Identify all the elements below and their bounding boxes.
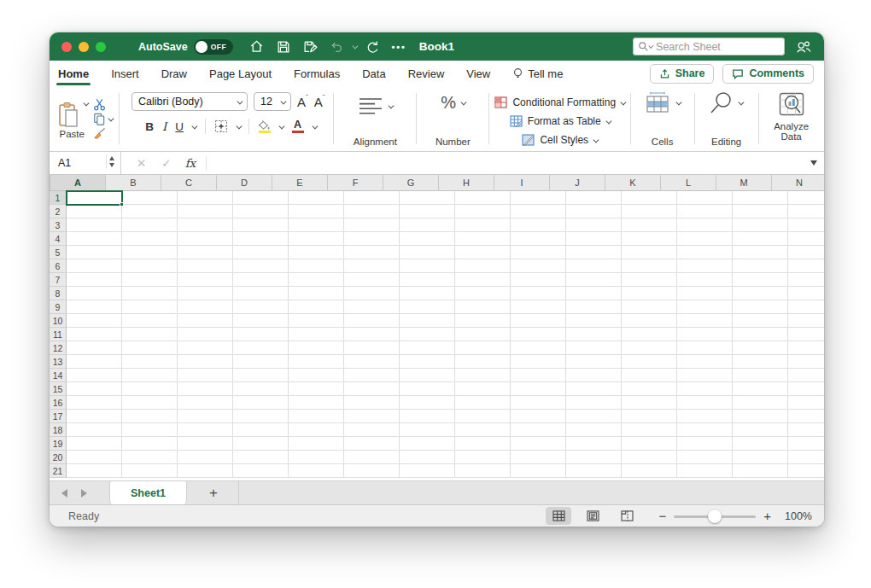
- cell-H14[interactable]: [455, 369, 511, 382]
- cell-H13[interactable]: [455, 355, 511, 369]
- cell-H20[interactable]: [455, 451, 511, 464]
- row-header-12[interactable]: 12: [50, 341, 67, 355]
- cell-M4[interactable]: [733, 232, 788, 246]
- cell-B19[interactable]: [122, 437, 178, 451]
- cell-D14[interactable]: [233, 369, 289, 382]
- column-header-K[interactable]: K: [605, 175, 661, 191]
- normal-view-button[interactable]: [546, 507, 571, 525]
- cell-N16[interactable]: [788, 396, 824, 410]
- row-header-18[interactable]: 18: [50, 423, 67, 437]
- zoom-slider[interactable]: [674, 509, 756, 523]
- cell-K19[interactable]: [622, 437, 677, 451]
- cell-I7[interactable]: [511, 273, 566, 287]
- cell-F17[interactable]: [344, 410, 400, 423]
- cell-J6[interactable]: [566, 259, 622, 273]
- cell-B15[interactable]: [122, 382, 178, 396]
- cell-J8[interactable]: [566, 287, 622, 300]
- cell-D6[interactable]: [233, 259, 289, 273]
- row-header-3[interactable]: 3: [50, 218, 67, 232]
- cell-K16[interactable]: [622, 396, 677, 410]
- cell-F1[interactable]: [344, 191, 400, 205]
- column-header-E[interactable]: E: [272, 175, 328, 191]
- cell-I8[interactable]: [511, 287, 566, 300]
- cell-M21[interactable]: [733, 464, 788, 478]
- analyze-data-group[interactable]: Analyze Data: [764, 90, 819, 151]
- column-header-F[interactable]: F: [328, 175, 383, 191]
- tab-draw[interactable]: Draw: [161, 61, 187, 86]
- cell-D3[interactable]: [233, 218, 289, 232]
- cell-K2[interactable]: [622, 205, 677, 218]
- cells-group[interactable]: Cells: [636, 90, 689, 151]
- cell-H15[interactable]: [455, 382, 511, 396]
- row-header-9[interactable]: 9: [50, 300, 67, 314]
- cell-E6[interactable]: [289, 259, 344, 273]
- cell-D13[interactable]: [233, 355, 289, 369]
- cell-H18[interactable]: [455, 423, 511, 437]
- cell-A3[interactable]: [67, 218, 122, 232]
- cell-I20[interactable]: [511, 451, 566, 464]
- cell-G20[interactable]: [400, 451, 455, 464]
- cell-D9[interactable]: [233, 300, 289, 314]
- borders-chevron-icon[interactable]: [236, 123, 241, 128]
- cell-C9[interactable]: [178, 300, 233, 314]
- cell-H6[interactable]: [455, 259, 511, 273]
- cell-N15[interactable]: [788, 382, 824, 396]
- cell-G8[interactable]: [400, 287, 455, 300]
- cell-K18[interactable]: [622, 423, 677, 437]
- cell-I3[interactable]: [511, 218, 566, 232]
- cell-B8[interactable]: [122, 287, 178, 300]
- cell-E8[interactable]: [289, 287, 344, 300]
- tell-me-control[interactable]: Tell me: [512, 67, 563, 80]
- cell-A2[interactable]: [67, 205, 122, 218]
- cell-N9[interactable]: [788, 300, 824, 314]
- cell-F20[interactable]: [344, 451, 400, 464]
- cell-A10[interactable]: [67, 314, 122, 328]
- name-box-stepper[interactable]: [106, 154, 117, 169]
- conditional-formatting-button[interactable]: Conditional Formatting: [494, 93, 624, 112]
- cell-N4[interactable]: [788, 232, 824, 246]
- cell-A4[interactable]: [67, 232, 122, 246]
- cell-B7[interactable]: [122, 273, 178, 287]
- page-layout-view-button[interactable]: [580, 507, 605, 525]
- column-header-D[interactable]: D: [217, 175, 272, 191]
- cell-B10[interactable]: [122, 314, 178, 328]
- cell-L14[interactable]: [677, 369, 733, 382]
- cell-F18[interactable]: [344, 423, 400, 437]
- cell-H21[interactable]: [455, 464, 511, 478]
- share-people-icon[interactable]: [793, 37, 814, 57]
- cell-L8[interactable]: [677, 287, 733, 300]
- cell-K17[interactable]: [622, 410, 677, 423]
- cell-K1[interactable]: [622, 191, 677, 205]
- cell-N7[interactable]: [788, 273, 824, 287]
- zoom-out-icon[interactable]: −: [658, 509, 666, 523]
- cell-J21[interactable]: [566, 464, 622, 478]
- cell-C10[interactable]: [178, 314, 233, 328]
- cell-K13[interactable]: [622, 355, 677, 369]
- cell-L7[interactable]: [677, 273, 733, 287]
- cell-C15[interactable]: [178, 382, 233, 396]
- cell-G11[interactable]: [400, 328, 455, 341]
- cell-D5[interactable]: [233, 246, 289, 259]
- cancel-icon[interactable]: ✕: [137, 156, 146, 170]
- column-header-H[interactable]: H: [439, 175, 494, 191]
- cell-D4[interactable]: [233, 232, 289, 246]
- redo-icon[interactable]: [362, 37, 383, 57]
- save-as-icon[interactable]: [300, 37, 320, 57]
- cell-D8[interactable]: [233, 287, 289, 300]
- cell-K5[interactable]: [622, 246, 677, 259]
- cell-G10[interactable]: [400, 314, 455, 328]
- cell-M13[interactable]: [733, 355, 788, 369]
- cell-I10[interactable]: [511, 314, 566, 328]
- cell-M16[interactable]: [733, 396, 788, 410]
- cell-M9[interactable]: [733, 300, 788, 314]
- insert-function-icon[interactable]: fx: [185, 156, 196, 170]
- row-header-6[interactable]: 6: [50, 259, 67, 273]
- tab-page-layout[interactable]: Page Layout: [209, 61, 272, 86]
- cell-A15[interactable]: [67, 382, 122, 396]
- cell-E19[interactable]: [289, 437, 344, 451]
- more-commands-icon[interactable]: •••: [389, 37, 409, 57]
- next-sheet-icon[interactable]: [81, 489, 87, 498]
- cell-M10[interactable]: [733, 314, 788, 328]
- cell-L2[interactable]: [677, 205, 733, 218]
- cell-I11[interactable]: [511, 328, 566, 341]
